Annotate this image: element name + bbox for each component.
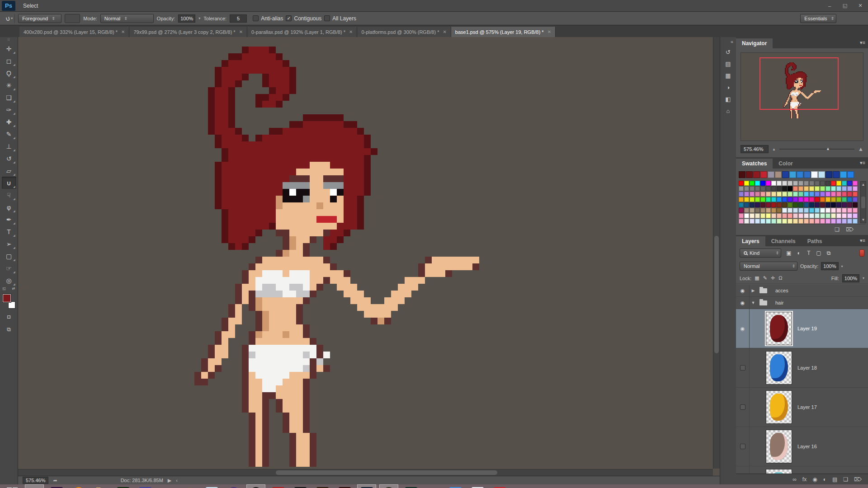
swatch[interactable] xyxy=(831,202,836,207)
swatch[interactable] xyxy=(771,192,776,197)
swatch[interactable] xyxy=(755,202,760,207)
tab-close-icon[interactable]: ✕ xyxy=(121,29,125,34)
opacity-input[interactable]: 100% xyxy=(178,14,195,23)
taskbar-filezilla[interactable]: Fz xyxy=(269,484,288,488)
lock-all-icon[interactable]: Ω xyxy=(778,275,782,281)
swatch[interactable] xyxy=(788,197,793,202)
tab-swatches[interactable]: Swatches xyxy=(736,159,773,169)
layer-row-layer-10[interactable]: Layer 10 xyxy=(736,466,868,474)
layer-row-layer-18[interactable]: Layer 18 xyxy=(736,348,868,388)
swatch[interactable] xyxy=(842,197,847,202)
swatch[interactable] xyxy=(826,213,830,218)
taskbar-flash-professional[interactable]: Fl xyxy=(335,484,354,488)
swatch[interactable] xyxy=(788,181,793,186)
swatch[interactable] xyxy=(820,208,825,213)
magic-wand-tool[interactable]: ✳◢ xyxy=(2,79,16,91)
eyedropper-tool[interactable]: ✑◢ xyxy=(2,103,16,116)
taskbar-after-effects[interactable]: ▨ xyxy=(136,484,155,488)
swatch[interactable] xyxy=(809,213,814,218)
swatch[interactable] xyxy=(755,192,760,197)
add-layer-mask-icon[interactable]: ◉ xyxy=(812,476,817,483)
swatch[interactable] xyxy=(777,202,782,207)
taskbar-audition[interactable]: Au xyxy=(401,484,420,488)
crop-tool[interactable]: ❏◢ xyxy=(2,91,16,103)
tab-paths[interactable]: Paths xyxy=(802,236,828,246)
swatch[interactable] xyxy=(815,186,820,191)
lock-transparency-icon[interactable]: ▦ xyxy=(755,275,759,281)
swatch[interactable] xyxy=(798,197,803,202)
swatch[interactable] xyxy=(775,171,782,178)
mode-select[interactable]: Normal ⇕ xyxy=(100,14,154,23)
swatch[interactable] xyxy=(815,213,820,218)
visibility-cell[interactable]: ◉ xyxy=(736,297,750,309)
swatch[interactable] xyxy=(831,213,836,218)
screen-mode-button[interactable]: ⧉ xyxy=(3,325,15,334)
swatch[interactable] xyxy=(826,171,832,178)
swatch[interactable] xyxy=(766,197,771,202)
swatch[interactable] xyxy=(766,208,771,213)
swatch[interactable] xyxy=(820,202,825,207)
swatch[interactable] xyxy=(836,213,841,218)
visibility-checkbox[interactable] xyxy=(740,444,745,449)
checkbox-box[interactable] xyxy=(324,15,330,21)
tab-navigator[interactable]: Navigator xyxy=(736,38,773,48)
swatch[interactable] xyxy=(847,186,852,191)
move-tool[interactable]: ✛◢ xyxy=(2,42,16,55)
swatch[interactable] xyxy=(771,213,776,218)
swatch[interactable] xyxy=(788,192,793,197)
new-group-icon[interactable]: ▤ xyxy=(832,476,837,483)
swatch[interactable] xyxy=(766,181,771,186)
swatch[interactable] xyxy=(831,181,836,186)
horizontal-scrollbar[interactable] xyxy=(18,469,713,476)
swatch[interactable] xyxy=(755,197,760,202)
layer-opacity-input[interactable]: 100% xyxy=(821,262,838,270)
swatch[interactable] xyxy=(831,219,836,224)
swatch[interactable] xyxy=(831,186,836,191)
swatch[interactable] xyxy=(842,192,847,197)
swatch[interactable] xyxy=(782,186,787,191)
taskbar-illustrator[interactable]: Ai xyxy=(313,484,332,488)
swatch[interactable] xyxy=(853,219,858,224)
swatch[interactable] xyxy=(771,202,776,207)
navigator-zoom-field[interactable]: 575.46% xyxy=(741,145,769,153)
layer-thumbnail[interactable] xyxy=(766,351,792,385)
smudge-tool[interactable]: ☟◢ xyxy=(2,189,16,201)
swatch[interactable] xyxy=(804,219,809,224)
swatch[interactable] xyxy=(755,219,760,224)
swatch[interactable] xyxy=(753,171,760,178)
swatch[interactable] xyxy=(744,197,749,202)
taskbar-flash-player[interactable]: f xyxy=(490,484,509,488)
panel-menu-icon[interactable]: ▾≡ xyxy=(860,40,865,46)
zoom-tool[interactable]: ◎◢ xyxy=(2,274,16,286)
lock-position-icon[interactable]: ✛ xyxy=(771,275,775,281)
pattern-picker[interactable] xyxy=(65,14,80,23)
swatch[interactable] xyxy=(739,186,744,191)
filter-toggle-switch[interactable] xyxy=(859,249,864,257)
filter-smart-objects-icon[interactable]: ⧉ xyxy=(824,250,834,256)
swatch[interactable] xyxy=(739,192,744,197)
swatch[interactable] xyxy=(853,181,858,186)
expand-arrow-icon[interactable]: ▼ xyxy=(750,300,757,305)
swatch[interactable] xyxy=(826,181,830,186)
visibility-checkbox[interactable] xyxy=(740,365,745,371)
taskbar-start-button[interactable] xyxy=(3,484,22,488)
layer-row-layer-17[interactable]: Layer 17 xyxy=(736,388,868,427)
visibility-cell[interactable] xyxy=(736,388,750,427)
taskbar-webcam-app[interactable]: ◎ xyxy=(379,484,398,488)
taskbar-gimp[interactable]: ✏ xyxy=(180,484,199,488)
swatch[interactable] xyxy=(755,186,760,191)
swatch[interactable] xyxy=(782,202,787,207)
status-back-icon[interactable]: ‹ xyxy=(176,478,178,483)
swatch[interactable] xyxy=(847,192,852,197)
swatch[interactable] xyxy=(815,208,820,213)
swatches-scrollbar[interactable]: ▲ ▼ xyxy=(860,181,866,223)
swatch[interactable] xyxy=(782,181,787,186)
doc-tab[interactable]: 0-parallax.psd @ 192% (Layer 1, RGB/8) *… xyxy=(247,27,357,37)
swatch[interactable] xyxy=(820,213,825,218)
swatch[interactable] xyxy=(771,197,776,202)
panel-icon-properties[interactable]: ▤ xyxy=(722,58,734,70)
lasso-tool[interactable]: Ǫ◢ xyxy=(2,67,16,79)
checkbox-contiguous[interactable]: ✓Contiguous xyxy=(286,15,321,22)
swatch[interactable] xyxy=(842,219,847,224)
taskbar-photo-viewer[interactable]: ▣ xyxy=(468,484,487,488)
